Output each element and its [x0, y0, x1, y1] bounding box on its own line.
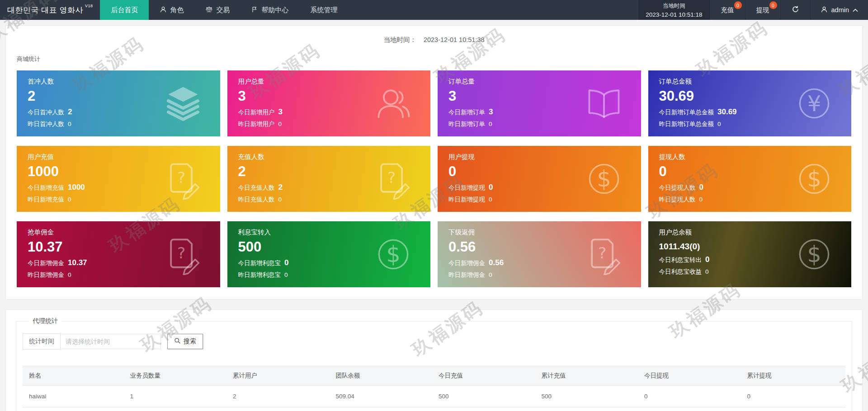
- cell-salesmen-count: 1: [126, 386, 229, 407]
- refresh-icon: [792, 5, 799, 14]
- card-line-value: 0.56: [489, 258, 504, 267]
- nav-item-roles[interactable]: 角色: [149, 0, 194, 20]
- search-button-label: 搜索: [184, 337, 196, 346]
- svg-text:?: ?: [177, 244, 185, 262]
- main-nav: 后台首页 角色 交易 帮助中心 系统管理: [100, 0, 348, 20]
- col-header-total-users: 累计用户: [228, 366, 331, 386]
- topbar-local-time: 当地时间 2023-12-01 10:51:18: [638, 0, 709, 20]
- card-line-value: 0: [705, 255, 709, 264]
- section-title-mall-stats: 商城统计: [17, 55, 851, 63]
- card-line-label: 今日提现人数: [659, 184, 696, 192]
- nav-item-trade[interactable]: 交易: [194, 0, 241, 20]
- cell-name: haiwai: [23, 386, 126, 407]
- document-edit-icon: ?: [162, 158, 204, 200]
- stat-time-label: 统计时间: [23, 333, 61, 350]
- stat-card-total-users: 用户总量 3 今日新增用户3 昨日新增用户0: [227, 70, 431, 136]
- card-line-value: 3: [489, 107, 493, 117]
- card-line-label: 昨日充值人数: [238, 196, 275, 204]
- local-time-value: 2023-12-01 10:51:18: [646, 11, 702, 18]
- nav-item-help-center[interactable]: 帮助中心: [241, 0, 299, 20]
- card-line-label: 今日充值人数: [238, 184, 275, 192]
- stat-card-user-recharge: 用户充值 1000 今日新增充值1000 昨日新增充值0 ?: [17, 146, 220, 212]
- col-header-salesmen-count: 业务员数量: [126, 366, 229, 386]
- svg-text:?: ?: [387, 168, 396, 187]
- stat-card-total-order-amount: 订单总金额 30.69 今日新增订单总金额30.69 昨日新增订单总金额0 ¥: [648, 70, 852, 136]
- topbar: 대한민국 대표 영화사 V18 后台首页 角色 交易 帮助中心 系统管理 当地时…: [0, 0, 868, 20]
- card-line-label: 今日新增用户: [238, 108, 275, 117]
- local-time-line-label: 当地时间：: [383, 36, 416, 43]
- svg-text:$: $: [807, 166, 821, 192]
- card-line-label: 昨日提现人数: [659, 196, 696, 204]
- stat-cards-grid: 首冲人数 2 今日首冲人数2 昨日首冲人数0 用户总量 3 今日新增用户3 昨日…: [17, 70, 851, 287]
- col-header-total-withdraw: 累计提现: [743, 366, 846, 386]
- stat-card-first-recharge-users: 首冲人数 2 今日首冲人数2 昨日首冲人数0: [17, 70, 220, 136]
- card-line-label: 昨日新增充值: [28, 196, 64, 204]
- card-line-value: 0: [489, 196, 492, 203]
- book-icon: [583, 83, 625, 124]
- cell-today-recharge: 500: [434, 386, 537, 407]
- chevron-up-icon: [853, 6, 858, 14]
- cell-team-balance: 509.04: [331, 386, 434, 407]
- admin-username: admin: [831, 6, 849, 14]
- nav-item-label: 系统管理: [310, 6, 337, 14]
- users-icon: [373, 83, 414, 124]
- dollar-circle-icon: $: [793, 234, 835, 275]
- card-line-label: 今日新增利息宝: [238, 259, 281, 267]
- svg-text:?: ?: [177, 168, 185, 187]
- col-header-today-recharge: 今日充值: [434, 366, 537, 386]
- card-line-value: 0: [717, 121, 721, 127]
- stat-card-interest-transfer-in: 利息宝转入 500 今日新增利息宝0 昨日新增利息宝0 $: [227, 221, 431, 287]
- card-line-label: 昨日首冲人数: [28, 120, 64, 128]
- document-edit-icon: ?: [583, 234, 625, 275]
- local-time-line: 当地时间：2023-12-01 10:51:38: [17, 33, 851, 45]
- nav-item-dashboard[interactable]: 后台首页: [100, 0, 149, 20]
- card-line-label: 今日利息宝转出: [659, 256, 702, 264]
- nav-item-label: 角色: [170, 6, 184, 14]
- stat-card-user-withdraw: 用户提现 0 今日新增提现0 昨日新增提现0 $: [438, 146, 641, 212]
- agent-statistics-panel: 代理统计 统计时间 搜索 姓名 业务员数量 累计用户 团队余额 今日充值 累计充…: [5, 309, 863, 411]
- card-line-value: 1000: [68, 183, 85, 192]
- agent-statistics-fieldset: 代理统计 统计时间 搜索 姓名 业务员数量 累计用户 团队余额 今日充值 累计充…: [16, 317, 852, 411]
- card-line-value: 10.37: [68, 258, 87, 267]
- local-time-label: 当地时间: [663, 2, 685, 10]
- card-line-value: 0: [278, 196, 282, 203]
- document-edit-icon: ?: [373, 158, 414, 200]
- withdraw-button[interactable]: 提现 0: [745, 0, 780, 20]
- card-line-label: 昨日新增提现: [448, 196, 485, 204]
- refresh-button[interactable]: [780, 0, 810, 20]
- svg-text:$: $: [807, 241, 821, 267]
- card-line-label: 今日新增订单: [448, 108, 485, 117]
- card-line-label: 昨日新增订单总金额: [659, 120, 714, 128]
- document-edit-icon: ?: [162, 234, 204, 275]
- local-time-line-value: 2023-12-01 10:51:38: [424, 36, 485, 43]
- recharge-label: 充值: [721, 6, 734, 14]
- card-line-label: 今日新增佣金: [448, 259, 485, 267]
- recharge-button[interactable]: 充值 0: [710, 0, 745, 20]
- card-line-label: 昨日新增用户: [238, 120, 275, 128]
- nav-item-label: 后台首页: [111, 6, 138, 14]
- agent-search-form: 统计时间 搜索: [23, 333, 845, 350]
- stat-card-withdraw-users: 提现人数 0 今日提现人数0 昨日提现人数0 $: [648, 146, 852, 212]
- svg-text:$: $: [597, 166, 611, 192]
- card-line-value: 0: [68, 196, 71, 203]
- table-header-row: 姓名 业务员数量 累计用户 团队余额 今日充值 累计充值 今日提现 累计提现: [23, 366, 845, 386]
- stat-card-order-commission: 抢单佣金 10.37 今日新增佣金10.37 昨日新增佣金0 ?: [17, 221, 220, 287]
- card-line-label: 今日首冲人数: [28, 108, 64, 117]
- nav-item-system-management[interactable]: 系统管理: [299, 0, 348, 20]
- card-line-value: 0: [284, 258, 288, 267]
- dollar-circle-icon: $: [373, 234, 414, 275]
- card-line-value: 2: [278, 183, 283, 192]
- card-line-value: 0: [284, 271, 288, 278]
- card-line-value: 0: [278, 121, 282, 127]
- svg-text:?: ?: [598, 244, 606, 262]
- layers-icon: [162, 83, 204, 124]
- agent-statistics-table: 姓名 业务员数量 累计用户 团队余额 今日充值 累计充值 今日提现 累计提现 h…: [23, 366, 845, 407]
- admin-menu[interactable]: admin: [810, 0, 868, 20]
- recharge-badge: 0: [734, 1, 742, 9]
- cell-today-withdraw: 0: [640, 386, 743, 407]
- card-line-label: 今日新增订单总金额: [659, 108, 714, 117]
- search-button[interactable]: 搜索: [167, 334, 203, 349]
- stat-time-input[interactable]: [61, 334, 161, 349]
- nav-item-label: 交易: [216, 6, 230, 14]
- withdraw-label: 提现: [756, 6, 769, 14]
